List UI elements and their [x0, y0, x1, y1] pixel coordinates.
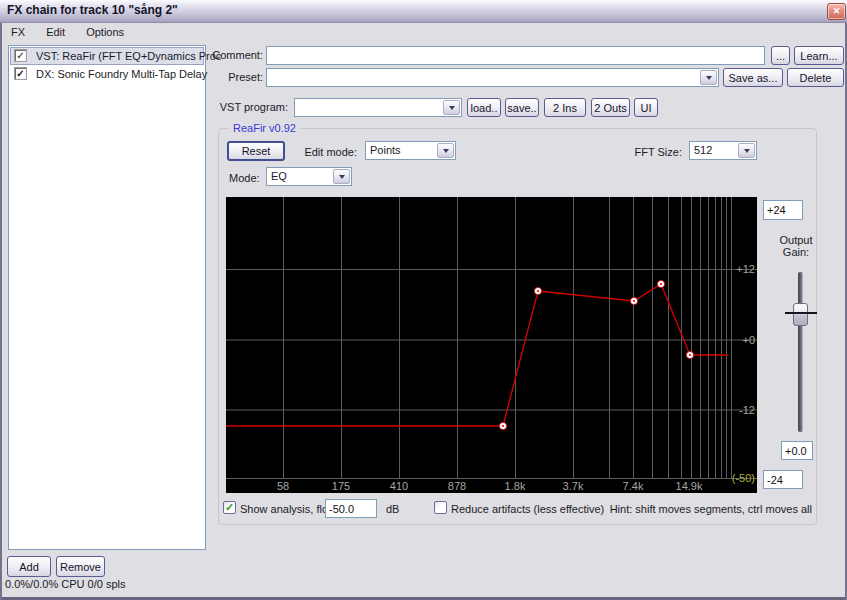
mode-combo[interactable]: EQ [266, 167, 352, 186]
mode-value: EQ [271, 170, 287, 182]
check-icon: ✓ [225, 501, 234, 513]
title-bar[interactable]: FX chain for track 10 "sång 2" ✕ [0, 0, 847, 23]
svg-text:175: 175 [332, 480, 350, 492]
load-program-button[interactable]: load.. [467, 98, 501, 117]
svg-text:14.9k: 14.9k [676, 480, 703, 492]
learn-button[interactable]: Learn... [794, 46, 844, 65]
save-program-button[interactable]: save.. [505, 98, 539, 117]
svg-text:410: 410 [390, 480, 408, 492]
edit-mode-combo[interactable]: Points [365, 141, 456, 160]
fx-enabled-checkbox[interactable]: ✓ [14, 49, 27, 62]
fx-item-label: DX: Sonic Foundry Multi-Tap Delay [36, 68, 207, 80]
chevron-down-icon [706, 76, 712, 80]
chevron-down-icon [443, 149, 449, 153]
preset-dropdown-button[interactable] [700, 70, 717, 85]
check-icon: ✓ [16, 68, 24, 79]
svg-text:1.8k: 1.8k [505, 480, 526, 492]
fx-item-label: VST: ReaFir (FFT EQ+Dynamics Proc [36, 50, 221, 62]
svg-text:(-50): (-50) [732, 472, 755, 484]
fft-size-combo[interactable]: 512 [689, 141, 757, 160]
svg-text:878: 878 [448, 480, 466, 492]
output-gain-slider-thumb[interactable] [793, 303, 808, 326]
vst-program-combo[interactable] [294, 98, 462, 117]
range-top-input[interactable] [763, 200, 803, 220]
fx-chain-list[interactable]: ✓ VST: ReaFir (FFT EQ+Dynamics Proc ✓ DX… [8, 45, 206, 550]
svg-text:3.7k: 3.7k [563, 480, 584, 492]
output-gain-input[interactable] [781, 441, 813, 460]
comment-input[interactable] [266, 46, 765, 65]
close-button[interactable]: ✕ [827, 3, 846, 20]
fx-list-item-reafir[interactable]: ✓ VST: ReaFir (FFT EQ+Dynamics Proc [10, 47, 204, 65]
fx-chain-window: FX chain for track 10 "sång 2" ✕ FX Edit… [0, 0, 847, 600]
eq-curve-plot: 581754108781.8k3.7k7.4k14.9k+12+0-12(-50… [226, 197, 757, 493]
check-icon: ✓ [16, 50, 24, 61]
mode-dropdown-button[interactable] [333, 169, 350, 184]
comment-label: Comment: [201, 49, 263, 61]
comment-more-button[interactable]: ... [771, 46, 790, 65]
svg-text:-12: -12 [739, 404, 755, 416]
mode-label: Mode: [229, 172, 260, 184]
add-fx-button[interactable]: Add [7, 556, 51, 577]
reduce-artifacts-checkbox[interactable] [434, 501, 447, 514]
reafir-group-title: ReaFir v0.92 [229, 122, 300, 134]
menu-fx[interactable]: FX [2, 22, 34, 42]
delete-button[interactable]: Delete [787, 68, 844, 87]
fft-size-dropdown-button[interactable] [738, 143, 755, 158]
cpu-status-text: 0.0%/0.0% CPU 0/0 spls [5, 578, 125, 590]
menu-bar: FX Edit Options [2, 22, 133, 42]
show-analysis-checkbox[interactable]: ✓ [223, 501, 236, 514]
reset-button[interactable]: Reset [227, 141, 285, 161]
inputs-button[interactable]: 2 Ins [544, 98, 586, 117]
svg-text:7.4k: 7.4k [623, 480, 644, 492]
preset-combo[interactable] [266, 68, 719, 87]
save-as-button[interactable]: Save as... [723, 68, 783, 87]
output-gain-label: Output Gain: [770, 234, 822, 258]
hint-text: Hint: shift moves segments, ctrl moves a… [556, 503, 812, 515]
slider-center-tick [785, 312, 817, 314]
chevron-down-icon [744, 149, 750, 153]
db-unit-label: dB [386, 503, 399, 515]
output-gain-slider-track[interactable] [798, 272, 803, 432]
vst-program-dropdown-button[interactable] [443, 100, 460, 115]
fx-enabled-checkbox[interactable]: ✓ [14, 67, 27, 80]
edit-mode-dropdown-button[interactable] [437, 143, 454, 158]
outputs-button[interactable]: 2 Outs [591, 98, 630, 117]
fft-size-value: 512 [694, 144, 712, 156]
analysis-floor-input[interactable] [325, 499, 377, 518]
window-title: FX chain for track 10 "sång 2" [7, 0, 178, 21]
svg-text:+12: +12 [736, 263, 755, 275]
close-icon: ✕ [833, 6, 841, 16]
fft-size-label: FFT Size: [625, 146, 682, 158]
remove-fx-button[interactable]: Remove [56, 556, 105, 577]
menu-edit[interactable]: Edit [37, 22, 74, 42]
chevron-down-icon [449, 106, 455, 110]
range-bottom-input[interactable] [763, 470, 803, 489]
eq-graph-canvas[interactable]: 581754108781.8k3.7k7.4k14.9k+12+0-12(-50… [226, 197, 757, 493]
vst-program-label: VST program: [201, 101, 288, 113]
fx-list-item-multitap-delay[interactable]: ✓ DX: Sonic Foundry Multi-Tap Delay [10, 65, 204, 83]
menu-options[interactable]: Options [77, 22, 133, 42]
ui-button[interactable]: UI [634, 98, 658, 117]
svg-text:58: 58 [277, 480, 289, 492]
preset-label: Preset: [201, 71, 263, 83]
edit-mode-value: Points [370, 144, 401, 156]
svg-text:+0: +0 [742, 334, 755, 346]
edit-mode-label: Edit mode: [295, 146, 357, 158]
chevron-down-icon [339, 175, 345, 179]
